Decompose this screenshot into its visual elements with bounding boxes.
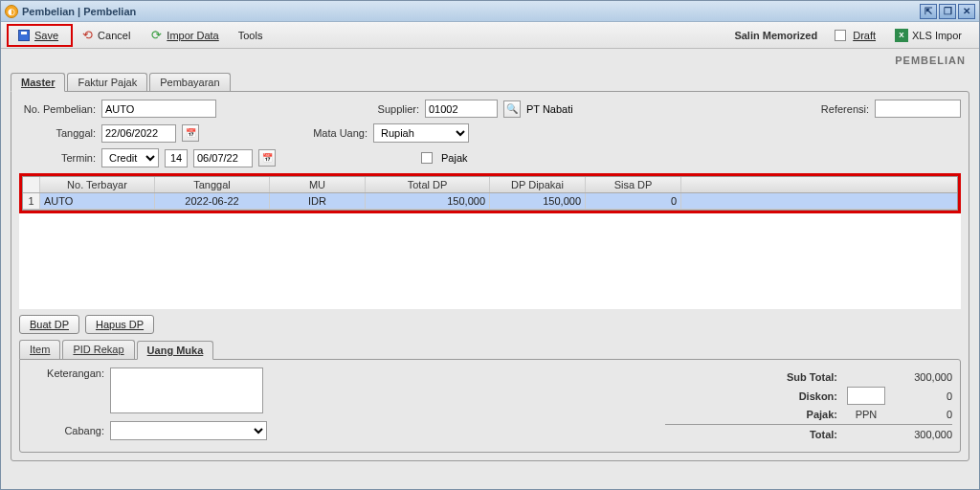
diskon-pct-input[interactable]	[847, 387, 885, 405]
dp-grid: No. Terbayar Tanggal MU Total DP DP Dipa…	[22, 176, 958, 211]
col-dp-dipakai[interactable]: DP Dipakai	[490, 177, 586, 192]
tab-pid-rekap[interactable]: PID Rekap	[62, 340, 134, 359]
window-maximize-button[interactable]: ❐	[939, 4, 956, 19]
matauang-label: Mata Uang:	[306, 127, 368, 139]
keterangan-label: Keterangan:	[28, 368, 104, 379]
supplier-code-input[interactable]	[425, 100, 498, 118]
salin-memorized-button[interactable]: Salin Memorized	[734, 30, 817, 41]
cancel-button[interactable]: ⟲ Cancel	[73, 27, 138, 44]
summary-panel: Sub Total: 300,000 Diskon: 0 Pajak: PPN …	[665, 368, 952, 444]
xls-icon: X	[895, 29, 908, 42]
cell-dp-dipakai[interactable]: 150,000	[490, 193, 586, 209]
col-no-terbayar[interactable]: No. Terbayar	[40, 177, 155, 192]
tab-pembayaran[interactable]: Pembayaran	[149, 73, 230, 91]
total-label: Total:	[751, 429, 837, 440]
app-icon: ◐	[5, 5, 18, 18]
draft-checkbox[interactable]	[835, 30, 846, 41]
pajak-label: Pajak:	[751, 409, 837, 420]
subtotal-label: Sub Total:	[751, 371, 837, 383]
pajak-value: 0	[895, 409, 952, 420]
total-value: 300,000	[847, 429, 952, 440]
draft-label: Draft	[853, 30, 876, 41]
supplier-label: Supplier:	[358, 103, 419, 115]
tools-label: Tools	[238, 30, 263, 41]
save-highlight: Save	[7, 24, 73, 47]
xls-import-button[interactable]: X XLS Impor	[887, 27, 969, 44]
lower-panel: Keterangan: Cabang: Sub Total: 300,000 D…	[19, 359, 961, 453]
col-mu[interactable]: MU	[270, 177, 366, 192]
termin-calendar-icon[interactable]: 📅	[258, 149, 276, 167]
save-label: Save	[34, 30, 58, 41]
save-button[interactable]: Save	[10, 27, 66, 44]
grid-header: No. Terbayar Tanggal MU Total DP DP Dipa…	[23, 177, 957, 193]
diskon-label: Diskon:	[751, 390, 837, 402]
cell-mu[interactable]: IDR	[270, 193, 366, 209]
supplier-search-button[interactable]: 🔍	[503, 100, 521, 118]
termin-days-input[interactable]	[165, 149, 188, 167]
main-tabs: Master Faktur Pajak Pembayaran	[11, 72, 969, 91]
cancel-label: Cancel	[98, 30, 130, 41]
window-close-button[interactable]: ✕	[958, 4, 975, 19]
grid-empty-area[interactable]	[19, 213, 961, 309]
title-bar: ◐ Pembelian | Pembelian ⇱ ❐ ✕	[1, 1, 979, 22]
row-index: 1	[23, 193, 40, 209]
tab-faktur-pajak[interactable]: Faktur Pajak	[67, 73, 147, 91]
subtotal-value: 300,000	[847, 371, 952, 383]
termin-label: Termin:	[19, 152, 96, 164]
tanggal-label: Tanggal:	[19, 127, 96, 139]
tab-uang-muka[interactable]: Uang Muka	[137, 341, 214, 360]
referensi-input[interactable]	[875, 100, 961, 118]
dp-grid-highlight: No. Terbayar Tanggal MU Total DP DP Dipa…	[19, 173, 961, 213]
window-restore-button[interactable]: ⇱	[920, 4, 937, 19]
tools-menu[interactable]: Tools	[231, 28, 271, 43]
cell-sisa-dp[interactable]: 0	[586, 193, 681, 209]
purchase-window: ◐ Pembelian | Pembelian ⇱ ❐ ✕ Save ⟲ Can…	[0, 0, 980, 490]
col-total-dp[interactable]: Total DP	[366, 177, 490, 192]
grid-row[interactable]: 1 AUTO 2022-06-22 IDR 150,000 150,000 0	[23, 193, 957, 210]
import-label: Impor Data	[167, 30, 218, 41]
window-title: Pembelian | Pembelian	[22, 6, 920, 17]
supplier-name-text: PT Nabati	[526, 103, 573, 115]
tanggal-input[interactable]	[101, 124, 176, 143]
sub-tabs: Item PID Rekap Uang Muka	[19, 340, 961, 359]
col-sisa-dp[interactable]: Sisa DP	[586, 177, 681, 192]
matauang-select[interactable]: Rupiah	[373, 123, 469, 143]
cell-tanggal[interactable]: 2022-06-22	[155, 193, 270, 209]
master-panel: No. Pembelian: Supplier: 🔍 PT Nabati Ref…	[11, 91, 969, 461]
cabang-label: Cabang:	[28, 425, 104, 436]
no-pembelian-input[interactable]	[101, 100, 216, 118]
import-data-button[interactable]: ⟳ Impor Data	[142, 27, 226, 44]
termin-due-input[interactable]	[193, 149, 253, 167]
hapus-dp-button[interactable]: Hapus DP	[85, 315, 154, 334]
col-tanggal[interactable]: Tanggal	[155, 177, 270, 192]
tab-item[interactable]: Item	[19, 340, 60, 359]
buat-dp-button[interactable]: Buat DP	[19, 315, 79, 334]
cell-total-dp[interactable]: 150,000	[366, 193, 490, 209]
cabang-select[interactable]	[110, 421, 267, 440]
diskon-value: 0	[895, 390, 952, 402]
tanggal-calendar-icon[interactable]: 📅	[182, 124, 199, 142]
keterangan-textarea[interactable]	[110, 368, 263, 413]
termin-type-select[interactable]: Credit	[101, 148, 159, 167]
referensi-label: Referensi:	[812, 103, 869, 115]
draft-toggle[interactable]: Draft	[827, 28, 883, 43]
tab-master[interactable]: Master	[11, 73, 65, 92]
xls-label: XLS Impor	[912, 30, 962, 41]
no-pembelian-label: No. Pembelian:	[19, 103, 96, 115]
save-icon	[17, 29, 31, 42]
page-heading: PEMBELIAN	[1, 49, 979, 68]
pajak-checkbox[interactable]	[421, 152, 433, 164]
pajak-checkbox-label: Pajak	[441, 152, 468, 164]
cell-no[interactable]: AUTO	[40, 193, 155, 209]
import-icon: ⟳	[149, 29, 163, 42]
toolbar: Save ⟲ Cancel ⟳ Impor Data Tools Salin M…	[1, 22, 979, 49]
pajak-type: PPN	[847, 409, 885, 420]
cancel-icon: ⟲	[80, 29, 94, 42]
